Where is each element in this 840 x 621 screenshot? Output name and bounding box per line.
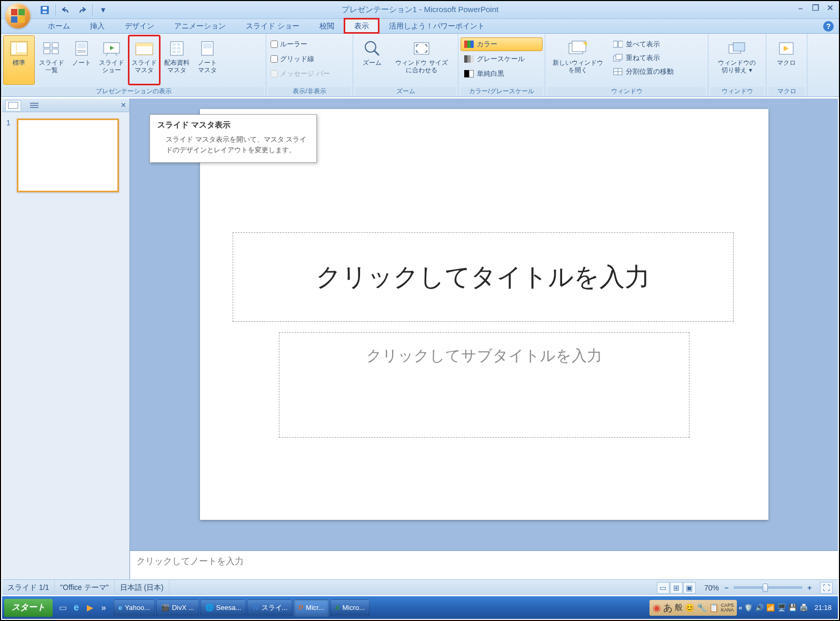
new-window-button[interactable]: 新しいウィンドウ を開く (547, 35, 608, 85)
svg-rect-24 (177, 47, 181, 50)
tray-icon[interactable]: 📶 (766, 603, 775, 613)
save-icon[interactable] (38, 3, 52, 17)
status-slide-number[interactable]: スライド 1/1 (2, 580, 55, 595)
windows-taskbar: スタート ▭ e ▶ » eYahoo... 🎬DivX ... 🌐Seesa.… (2, 596, 838, 619)
tab-view[interactable]: 表示 (344, 18, 379, 33)
svg-rect-22 (177, 43, 181, 46)
normal-view-icon (9, 39, 29, 58)
taskbar-item[interactable]: 🌐Seesa... (201, 599, 246, 616)
slide-sorter-button[interactable]: スライド 一覧 (36, 35, 67, 85)
office-button[interactable] (5, 3, 31, 28)
cascade-button[interactable]: 重ねて表示 (609, 51, 704, 65)
slides-tab-icon[interactable] (5, 100, 21, 111)
fit-to-window-button[interactable]: ウィンドウ サイズ に合わせる (390, 35, 453, 85)
tab-design[interactable]: デザイン (115, 18, 164, 33)
quick-access-toolbar: ▾ (38, 3, 110, 17)
svg-rect-33 (467, 41, 471, 48)
zoom-icon (362, 39, 382, 58)
tab-review[interactable]: 校閲 (309, 18, 344, 33)
notes-pane[interactable]: クリックしてノートを入力 (130, 550, 838, 579)
restore-button[interactable]: ❐ (809, 3, 821, 13)
zoom-in-icon[interactable]: + (805, 584, 814, 592)
close-button[interactable]: ✕ (824, 3, 836, 13)
slide-sorter-icon (42, 39, 62, 58)
ribbon-tabs: ホーム 挿入 デザイン アニメーション スライド ショー 校閲 表示 活用しよう… (1, 19, 839, 34)
svg-rect-37 (471, 55, 474, 63)
tray-icon[interactable]: 🖨️ (799, 603, 808, 613)
tray-icon[interactable]: 🔊 (755, 603, 764, 613)
svg-rect-28 (203, 43, 212, 48)
normal-view-button[interactable]: 標準 (3, 35, 35, 85)
svg-rect-2 (43, 11, 47, 13)
zoom-percent[interactable]: 70% (704, 584, 719, 592)
minimize-button[interactable]: – (795, 3, 806, 13)
taskbar-item[interactable]: eYahoo... (114, 599, 155, 616)
svg-rect-9 (52, 49, 58, 54)
svg-line-30 (374, 51, 379, 55)
svg-rect-1 (43, 7, 47, 9)
notes-page-button[interactable]: ノート (68, 35, 95, 85)
normal-view-icon-status[interactable]: ▭ (657, 582, 669, 594)
tab-insert[interactable]: 挿入 (80, 18, 115, 33)
message-bar-checkbox: メッセージ バー (268, 67, 351, 81)
move-split-button[interactable]: 分割位置の移動 (609, 65, 704, 78)
start-button[interactable]: スタート (4, 599, 53, 617)
tray-icon[interactable]: 🖥️ (777, 603, 786, 613)
sorter-view-icon-status[interactable]: ⊞ (670, 582, 683, 594)
zoom-button[interactable]: ズーム (355, 35, 389, 85)
taskbar-item[interactable]: PMicr... (294, 599, 328, 616)
switch-windows-button[interactable]: ウィンドウの 切り替え ▾ (711, 35, 763, 85)
svg-rect-6 (44, 43, 50, 47)
grayscale-button[interactable]: グレースケール (461, 52, 543, 66)
undo-icon[interactable] (59, 3, 73, 17)
qat-customize-icon[interactable]: ▾ (96, 3, 110, 17)
ruler-checkbox[interactable]: ルーラー (268, 37, 351, 51)
arrange-all-icon (613, 40, 623, 49)
svg-rect-26 (177, 51, 181, 53)
tray-icon[interactable]: 💾 (788, 603, 797, 613)
ime-bar[interactable]: ◉ あ 般 😊🔧📋 CAPSKANA (649, 600, 737, 616)
slideshow-icon-status[interactable]: ▣ (683, 582, 696, 594)
pure-bw-button[interactable]: 単純白黒 (461, 67, 543, 81)
status-theme[interactable]: "Office テーマ" (55, 580, 114, 595)
slide-editor[interactable]: クリックしてタイトルを入力 クリックしてサブタイトルを入力 (130, 98, 838, 550)
show-desktop-icon[interactable]: ▭ (56, 600, 69, 615)
tab-animation[interactable]: アニメーション (164, 18, 236, 33)
status-language[interactable]: 日本語 (日本) (115, 580, 169, 595)
svg-rect-4 (12, 43, 16, 54)
outline-tab-icon[interactable] (26, 100, 42, 111)
handout-master-button[interactable]: 配布資料 マスタ (161, 35, 193, 85)
zoom-out-icon[interactable]: − (722, 584, 731, 592)
macros-icon (776, 39, 796, 58)
help-icon[interactable]: ? (823, 21, 834, 32)
ql-expand-icon[interactable]: » (97, 600, 110, 615)
taskbar-item[interactable]: 🎬DivX ... (156, 599, 199, 616)
notes-master-button[interactable]: ノート マスタ (194, 35, 221, 85)
gridlines-checkbox[interactable]: グリッド線 (268, 52, 351, 66)
slide-master-button[interactable]: スライド マスタ (128, 35, 160, 85)
pane-close-icon[interactable]: ✕ (121, 101, 126, 109)
svg-rect-36 (467, 55, 471, 63)
wmp-icon[interactable]: ▶ (84, 600, 96, 615)
slideshow-button[interactable]: スライド ショー (96, 35, 127, 85)
color-button[interactable]: カラー (461, 37, 543, 51)
title-bar: ▾ プレゼンテーション1 - Microsoft PowerPoint – ❐ … (1, 1, 839, 19)
grayscale-icon (464, 54, 474, 64)
taskbar-item[interactable]: Wスライ... (247, 599, 292, 616)
cascade-icon (613, 53, 623, 63)
arrange-all-button[interactable]: 並べて表示 (609, 37, 704, 51)
slide-thumbnail[interactable]: 1 (6, 119, 125, 192)
tab-extra[interactable]: 活用しよう！パワーポイント (379, 18, 495, 33)
taskbar-clock[interactable]: 21:18 (810, 604, 836, 612)
taskbar-item[interactable]: XMicro... (331, 599, 369, 616)
tray-icon[interactable]: 🛡️ (744, 603, 753, 613)
subtitle-placeholder[interactable]: クリックしてサブタイトルを入力 (279, 332, 689, 438)
tab-slideshow[interactable]: スライド ショー (236, 18, 309, 33)
zoom-slider[interactable] (734, 586, 802, 589)
title-placeholder[interactable]: クリックしてタイトルを入力 (233, 232, 734, 322)
redo-icon[interactable] (75, 3, 88, 17)
tab-home[interactable]: ホーム (38, 18, 80, 33)
ie-icon[interactable]: e (70, 600, 83, 615)
macros-button[interactable]: マクロ (768, 35, 804, 85)
fit-icon-status[interactable]: ⛶ (820, 582, 833, 594)
